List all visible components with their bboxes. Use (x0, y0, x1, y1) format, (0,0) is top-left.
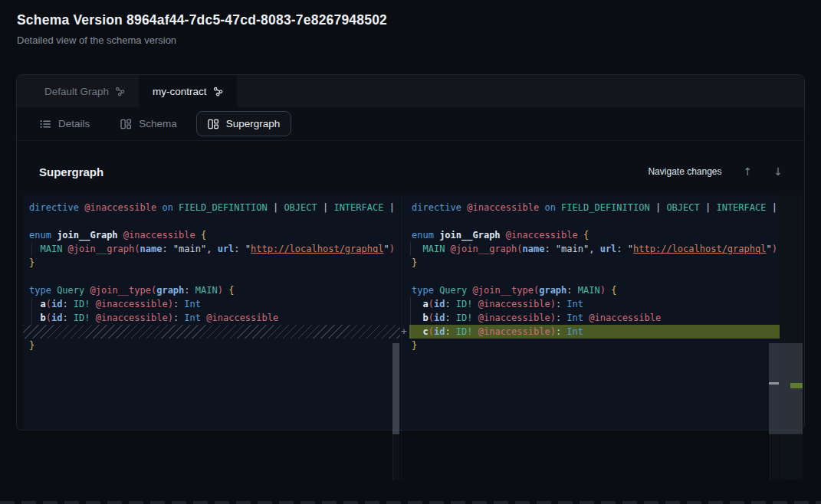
original-code: directive @inaccessible on FIELD_DEFINIT… (23, 195, 400, 352)
minimap-slider[interactable] (769, 343, 803, 434)
columns-icon (208, 119, 219, 129)
tab-my-contract[interactable]: my-contract (139, 75, 237, 107)
indent-guide (31, 242, 32, 256)
graph-tab-bar: Default Graph my-contract (17, 75, 804, 107)
tab-default-graph-label: Default Graph (44, 86, 109, 97)
code-line (23, 270, 400, 283)
scrollbar-change-marker (769, 382, 779, 385)
subtab-supergraph[interactable]: Supergraph (196, 111, 292, 136)
right-scrollbar-track[interactable] (770, 430, 779, 480)
code-line: directive @inaccessible on FIELD_DEFINIT… (402, 201, 780, 214)
indent-guide (410, 311, 411, 325)
diff-original-pane[interactable]: directive @inaccessible on FIELD_DEFINIT… (23, 195, 400, 430)
code-line: directive @inaccessible on FIELD_DEFINIT… (23, 201, 400, 214)
next-change-button[interactable]: ↓ (773, 165, 783, 178)
list-icon (40, 119, 51, 129)
subtab-schema-label: Schema (139, 118, 177, 129)
diff-modified-pane[interactable]: directive @inaccessible on FIELD_DEFINIT… (402, 195, 780, 430)
code-line (402, 214, 780, 228)
page-subtitle: Detailed view of the schema version (17, 34, 387, 46)
subtab-schema[interactable]: Schema (109, 111, 189, 136)
code-line: } (23, 256, 400, 270)
bottom-dashed-divider (0, 501, 821, 504)
code-line: enum join__Graph @inaccessible { (23, 228, 400, 242)
code-line (402, 270, 780, 283)
code-line: MAIN @join__graph(name: "main", url: "ht… (402, 242, 780, 256)
code-line: a(id: ID! @inaccessible): Int (402, 297, 780, 311)
indent-guide (410, 325, 411, 339)
subtab-supergraph-label: Supergraph (226, 118, 281, 129)
left-scrollbar-thumb[interactable] (392, 343, 399, 434)
code-line: b(id: ID! @inaccessible): Int @inaccessi… (23, 311, 400, 325)
left-scrollbar-track[interactable] (392, 430, 399, 480)
code-line: } (402, 256, 780, 270)
subtab-details[interactable]: Details (28, 111, 101, 136)
graph-variant-icon (213, 87, 223, 97)
code-line: MAIN @join__graph(name: "main", url: "ht… (23, 242, 400, 256)
previous-change-button[interactable]: ↑ (744, 165, 753, 178)
code-line: } (23, 339, 400, 352)
supergraph-section-header: Supergraph Navigate changes ↑ ↓ (17, 158, 804, 185)
code-line: } (402, 339, 780, 352)
indent-guide (31, 297, 32, 311)
code-line: type Query @join__type(graph: MAIN) { (23, 283, 400, 297)
code-line: c(id: ID! @inaccessible): Int (402, 325, 780, 339)
code-line: b(id: ID! @inaccessible): Int @inaccessi… (402, 311, 780, 325)
indent-guide (410, 297, 411, 311)
navigate-changes: Navigate changes ↑ ↓ (648, 165, 783, 178)
code-line (23, 325, 400, 339)
version-subtab-bar: Details Schema (17, 107, 804, 141)
code-line: enum join__Graph @inaccessible { (402, 228, 780, 242)
navigate-changes-label: Navigate changes (648, 166, 721, 177)
tab-default-graph[interactable]: Default Graph (31, 75, 139, 107)
subtab-details-label: Details (58, 118, 90, 129)
code-line: a(id: ID! @inaccessible): Int (23, 297, 400, 311)
card-bottom-edge (23, 430, 803, 430)
page-header: Schema Version 8964af44-7dc5-47cd-8083-7… (17, 12, 387, 46)
graph-variant-icon (115, 87, 125, 97)
added-line-plus-marker: + (399, 325, 409, 339)
columns-icon (120, 119, 132, 129)
code-line (23, 214, 400, 228)
indent-guide (31, 311, 32, 325)
modified-code: directive @inaccessible on FIELD_DEFINIT… (402, 195, 780, 352)
schema-version-page: Schema Version 8964af44-7dc5-47cd-8083-7… (0, 0, 821, 504)
indent-guide (410, 242, 411, 256)
minimap[interactable] (780, 195, 803, 480)
section-title: Supergraph (39, 165, 103, 178)
tab-my-contract-label: my-contract (153, 86, 207, 97)
page-title: Schema Version 8964af44-7dc5-47cd-8083-7… (17, 12, 387, 28)
code-line: type Query @join__type(graph: MAIN) { (402, 283, 780, 297)
minimap-added-marker (790, 383, 803, 388)
